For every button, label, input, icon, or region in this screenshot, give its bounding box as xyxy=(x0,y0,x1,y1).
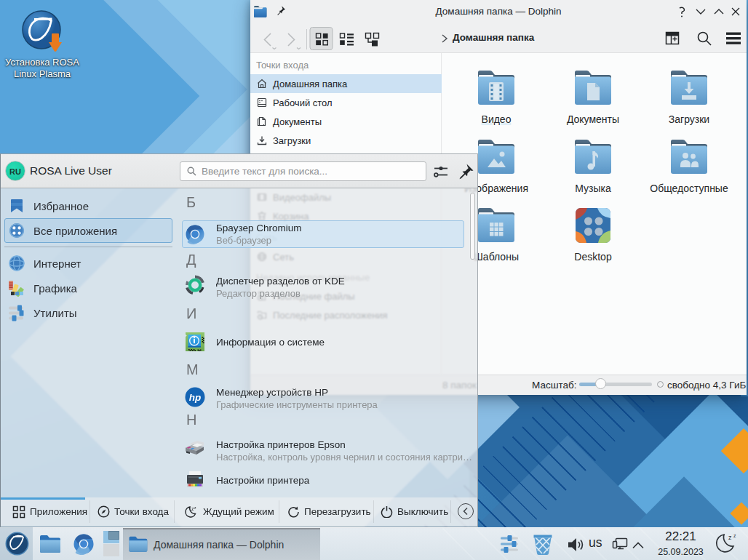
svg-text:z: z xyxy=(194,505,196,510)
svg-text:hp: hp xyxy=(189,392,202,403)
svg-text:z: z xyxy=(733,533,736,538)
svg-text:z: z xyxy=(728,534,732,541)
